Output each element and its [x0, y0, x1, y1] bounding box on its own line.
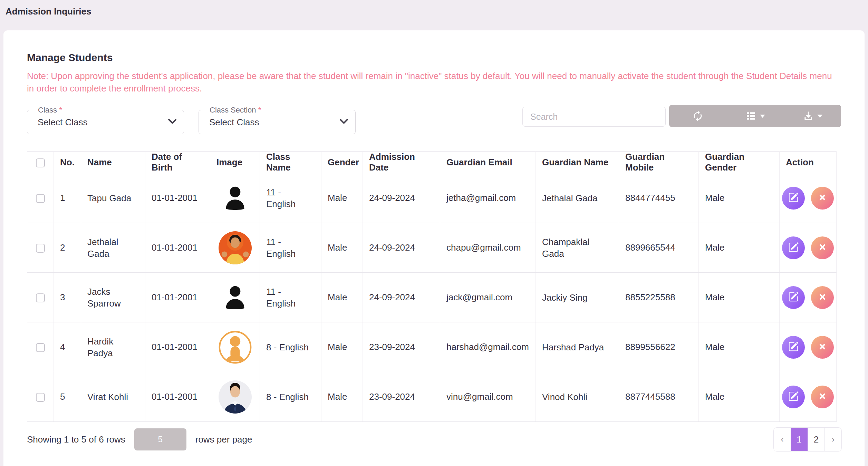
cell-dob: 01-01-2001 — [145, 273, 210, 322]
column-header-date-of-birth[interactable]: Date of Birth — [145, 152, 210, 173]
delete-button[interactable] — [811, 236, 834, 259]
select-all-header-cell — [27, 152, 54, 173]
cell-admission-date: 24-09-2024 — [363, 173, 440, 223]
cell-admission-date: 24-09-2024 — [363, 273, 440, 322]
cell-guardian-mobile: 8855225588 — [619, 273, 699, 322]
delete-button[interactable] — [811, 386, 834, 408]
cell-name: Jacks Sparrow — [81, 273, 145, 322]
edit-pencil-icon — [788, 292, 799, 303]
cell-guardian-mobile: 8877445588 — [619, 372, 699, 422]
cell-image — [210, 173, 260, 223]
search-input[interactable] — [522, 107, 666, 127]
cell-image — [210, 273, 260, 322]
column-header-no[interactable]: No. — [54, 152, 81, 173]
columns-dropdown-button[interactable] — [726, 105, 784, 127]
cell-guardian-email: harshad@gmail.com — [440, 322, 536, 372]
row-checkbox[interactable] — [36, 393, 45, 402]
column-header-image[interactable]: Image — [210, 152, 260, 173]
edit-button[interactable] — [782, 187, 805, 210]
table-row: 4 Hardik Padya 01-01-2001 8 - English Ma… — [27, 322, 837, 372]
caret-down-icon — [817, 115, 822, 118]
table-header-row: No.NameDate of BirthImageClass NameGende… — [27, 152, 837, 173]
cell-guardian-email: vinu@gmail.com — [440, 372, 536, 422]
row-checkbox[interactable] — [36, 194, 45, 203]
cell-dob: 01-01-2001 — [145, 372, 210, 422]
cell-guardian-name: Jethalal Gada — [536, 173, 619, 223]
cell-dob: 01-01-2001 — [145, 322, 210, 372]
cell-admission-date: 24-09-2024 — [363, 223, 440, 273]
column-header-admission-date[interactable]: Admission Date — [363, 152, 440, 173]
delete-button[interactable] — [811, 187, 834, 210]
content-card: Manage Students Note: Upon approving the… — [3, 30, 865, 466]
cell-dob: 01-01-2001 — [145, 173, 210, 223]
row-checkbox[interactable] — [36, 293, 45, 302]
cell-no: 3 — [54, 273, 81, 322]
class-section-select-group: Class Section * Select Class — [199, 110, 356, 134]
cell-guardian-mobile: 8899665544 — [619, 223, 699, 273]
edit-button[interactable] — [782, 286, 805, 309]
select-all-checkbox[interactable] — [36, 158, 45, 167]
column-header-guardian-email[interactable]: Guardian Email — [440, 152, 536, 173]
cell-class-name: 11 - English — [260, 223, 321, 273]
student-photo — [219, 380, 252, 414]
delete-button[interactable] — [811, 336, 834, 359]
cell-admission-date: 23-09-2024 — [363, 372, 440, 422]
pagination: ‹ 1 2 › — [773, 427, 842, 452]
cell-gender: Male — [321, 223, 363, 273]
card-heading: Manage Students — [27, 52, 841, 64]
cell-guardian-gender: Male — [699, 372, 780, 422]
cell-guardian-mobile: 8844774455 — [619, 173, 699, 223]
cell-gender: Male — [321, 173, 363, 223]
columns-list-icon — [745, 110, 756, 122]
person-silhouette-icon — [221, 184, 249, 212]
refresh-button[interactable] — [669, 105, 726, 127]
row-checkbox[interactable] — [36, 343, 45, 352]
cell-class-name: 8 - English — [260, 372, 321, 422]
column-header-gender[interactable]: Gender — [321, 152, 363, 173]
download-icon — [803, 110, 814, 122]
close-x-icon — [818, 342, 827, 352]
column-header-class-name[interactable]: Class Name — [260, 152, 321, 173]
column-header-guardian-name[interactable]: Guardian Name — [536, 152, 619, 173]
pagination-next-button[interactable]: › — [824, 428, 841, 451]
cell-image — [210, 322, 260, 372]
table-row: 1 Tapu Gada 01-01-2001 11 - English Male… — [27, 173, 837, 223]
edit-pencil-icon — [788, 391, 799, 402]
cell-gender: Male — [321, 322, 363, 372]
export-dropdown-button[interactable] — [784, 105, 841, 127]
delete-button[interactable] — [811, 286, 834, 309]
cell-gender: Male — [321, 273, 363, 322]
cell-action — [780, 322, 837, 372]
cell-guardian-gender: Male — [699, 273, 780, 322]
edit-button[interactable] — [782, 336, 805, 359]
edit-pencil-icon — [788, 242, 799, 253]
cell-class-name: 11 - English — [260, 273, 321, 322]
column-header-guardian-gender[interactable]: Guardian Gender — [699, 152, 780, 173]
students-table: No.NameDate of BirthImageClass NameGende… — [27, 151, 837, 422]
column-header-action[interactable]: Action — [780, 152, 837, 173]
table-row: 5 Virat Kohli 01-01-2001 8 - English Mal… — [27, 372, 837, 422]
pagination-prev-button[interactable]: ‹ — [774, 428, 791, 451]
student-photo — [219, 231, 252, 264]
cell-name: Hardik Padya — [81, 322, 145, 372]
person-outline-icon — [219, 331, 252, 364]
row-checkbox[interactable] — [36, 244, 45, 253]
edit-button[interactable] — [782, 386, 805, 408]
pagination-page-2[interactable]: 2 — [808, 428, 824, 451]
class-select-label: Class * — [35, 106, 65, 115]
person-silhouette-icon — [221, 283, 249, 312]
column-header-guardian-mobile[interactable]: Guardian Mobile — [619, 152, 699, 173]
required-asterisk: * — [258, 106, 261, 114]
cell-guardian-name: Champaklal Gada — [536, 223, 619, 273]
cell-name: Jethalal Gada — [81, 223, 145, 273]
search-wrap — [522, 107, 666, 127]
cell-guardian-email: jack@gmail.com — [440, 273, 536, 322]
cell-no: 1 — [54, 173, 81, 223]
column-header-name[interactable]: Name — [81, 152, 145, 173]
table-footer: Showing 1 to 5 of 6 rows 5 rows per page… — [27, 427, 842, 452]
edit-button[interactable] — [782, 236, 805, 259]
cell-image — [210, 372, 260, 422]
close-x-icon — [818, 392, 827, 402]
pagination-page-1[interactable]: 1 — [791, 428, 808, 451]
rows-per-page-select[interactable]: 5 — [134, 428, 186, 450]
